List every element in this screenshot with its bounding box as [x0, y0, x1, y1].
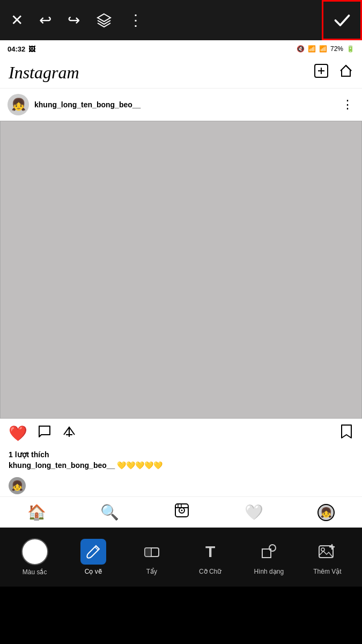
brush-icon-wrap — [80, 539, 106, 565]
ig-bottom-nav: 🏠 🔍 🤍 👧 — [0, 496, 362, 528]
more-button[interactable]: ⋮ — [128, 11, 143, 29]
nav-search-button[interactable]: 🔍 — [100, 503, 119, 521]
caption: khung_long_ten_bong_beo__ 💛💛💛💛💛 — [9, 461, 353, 470]
close-button[interactable]: ✕ — [11, 11, 23, 29]
post-info: 1 lượt thích khung_long_ten_bong_beo__ 💛… — [0, 448, 362, 475]
comment-preview: 👧 — [0, 475, 362, 496]
add-post-button[interactable] — [314, 63, 329, 82]
tool-co-ve-label: Cọ vẽ — [85, 568, 102, 575]
redo-button[interactable]: ↪ — [68, 11, 80, 29]
nav-activity-button[interactable]: 🤍 — [245, 503, 263, 521]
text-icon-wrap: T — [197, 539, 223, 565]
instagram-logo: Instagram — [9, 63, 79, 83]
status-time: 04:32 🖼 — [8, 45, 35, 53]
post-more-button[interactable]: ⋮ — [342, 98, 354, 112]
check-button[interactable] — [322, 0, 362, 40]
svg-point-18 — [269, 545, 276, 551]
caption-username[interactable]: khung_long_ten_bong_beo__ — [9, 461, 115, 470]
comment-button[interactable] — [37, 424, 52, 443]
shape-icon-wrap — [256, 539, 282, 565]
svg-point-9 — [181, 510, 182, 511]
mute-icon: 🔇 — [297, 45, 305, 53]
tool-hinh-dang[interactable]: Hình dạng — [240, 539, 298, 575]
battery-level: 72% — [330, 45, 343, 53]
brush-icon — [85, 544, 101, 560]
save-button[interactable] — [339, 424, 353, 443]
tool-mau-sac[interactable]: Màu sắc — [5, 538, 64, 576]
bottom-toolbar: Màu sắc Cọ vẽ Tẩy T Cỡ Chữ — [0, 528, 362, 587]
tool-co-chu[interactable]: T Cỡ Chữ — [181, 539, 240, 575]
post-actions: ❤️ — [0, 419, 362, 448]
wifi-icon: 📶 — [308, 45, 316, 53]
svg-line-4 — [346, 65, 351, 71]
share-button[interactable] — [62, 424, 77, 443]
color-circle-icon — [21, 538, 48, 565]
post-image — [0, 121, 362, 419]
tool-co-chu-label: Cỡ Chữ — [199, 568, 221, 575]
tool-tay[interactable]: Tẩy — [122, 539, 181, 575]
add-image-icon-wrap — [314, 539, 340, 565]
tool-hinh-dang-label: Hình dạng — [254, 568, 284, 575]
post-user: 👧 khung_long_ten_bong_beo__ — [8, 94, 141, 115]
direct-message-button[interactable] — [338, 63, 353, 82]
tool-mau-sac-label: Màu sắc — [23, 568, 47, 576]
nav-home-button[interactable]: 🏠 — [27, 503, 46, 521]
undo-button[interactable]: ↩ — [39, 11, 51, 29]
post-actions-left: ❤️ — [9, 424, 77, 443]
likes-count: 1 lượt thích — [9, 450, 353, 459]
nav-profile-button[interactable]: 👧 — [317, 504, 335, 521]
time-display: 04:32 — [8, 45, 25, 53]
text-icon: T — [205, 543, 215, 561]
svg-rect-16 — [145, 548, 151, 557]
eraser-icon — [143, 544, 161, 560]
user-avatar[interactable]: 👧 — [8, 94, 29, 115]
ig-header-icons — [314, 63, 353, 82]
tool-them-vat-label: Thêm Vật — [313, 568, 341, 575]
top-toolbar: ✕ ↩ ↪ ⋮ — [0, 0, 362, 40]
tool-co-ve[interactable]: Cọ vẽ — [64, 539, 122, 575]
signal-icon: 📶 — [319, 45, 327, 53]
svg-point-20 — [321, 548, 324, 551]
post-header: 👧 khung_long_ten_bong_beo__ ⋮ — [0, 89, 362, 121]
nav-reels-button[interactable] — [174, 502, 190, 522]
instagram-app: Instagram 👧 khun — [0, 57, 362, 528]
add-image-icon — [318, 544, 336, 560]
status-right: 🔇 📶 📶 72% 🔋 — [297, 45, 354, 53]
tool-them-vat[interactable]: Thêm Vật — [298, 539, 357, 575]
svg-marker-0 — [98, 14, 110, 21]
caption-hearts: 💛💛💛💛💛 — [117, 461, 162, 470]
status-bar: 04:32 🖼 🔇 📶 📶 72% 🔋 — [0, 40, 362, 57]
ig-header: Instagram — [0, 57, 362, 89]
toolbar-left: ✕ ↩ ↪ ⋮ — [11, 11, 143, 29]
battery-icon: 🔋 — [346, 45, 354, 53]
shape-icon — [261, 544, 277, 560]
comment-avatar: 👧 — [9, 477, 26, 494]
username[interactable]: khung_long_ten_bong_beo__ — [34, 100, 141, 109]
eraser-icon-wrap — [139, 539, 165, 565]
like-button[interactable]: ❤️ — [9, 425, 27, 442]
layers-button[interactable] — [96, 12, 112, 28]
tool-tay-label: Tẩy — [146, 568, 157, 575]
camera-status-icon: 🖼 — [28, 45, 35, 53]
svg-rect-19 — [319, 546, 333, 558]
